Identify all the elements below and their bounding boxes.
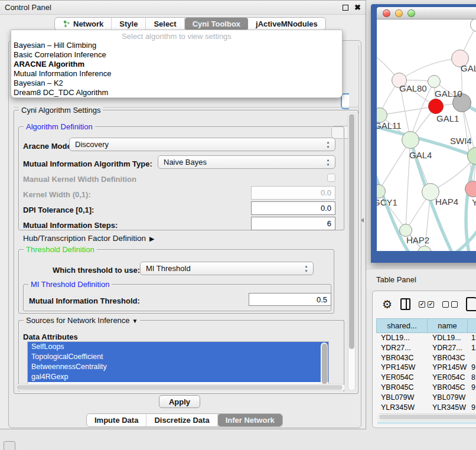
menu-item[interactable]: Bayesian – Hill Climbing xyxy=(11,41,342,50)
sources-group-title[interactable]: Sources for Network Inference▼ xyxy=(24,316,140,325)
node-label: GAL4 xyxy=(409,150,432,160)
node-label: GAL1 xyxy=(436,113,459,123)
algorithm-definition-title: Algorithm Definition xyxy=(24,122,95,131)
apply-button[interactable]: Apply xyxy=(159,395,200,408)
data-attributes-list[interactable]: SelfLoops TopologicalCoefficient Between… xyxy=(27,341,329,387)
list-item[interactable]: gal4RGexp xyxy=(28,372,328,382)
network-node-gal1[interactable] xyxy=(428,99,444,114)
settings-vertical-scrollbar[interactable] xyxy=(348,112,356,391)
cyni-algorithm-settings-title: Cyni Algorithm Settings xyxy=(19,106,103,115)
which-threshold-label: Which threshold to use: xyxy=(53,266,140,275)
network-canvas[interactable]: GAL GAL80 GAL10 GAL1 GAL11 SWI4 GAL4 GCY… xyxy=(377,19,476,251)
tab-jactivemnodules[interactable]: jActiveMNodules xyxy=(248,18,325,30)
node-label: GAL xyxy=(461,63,476,73)
table-row[interactable]: YBR045CYBR045C9. xyxy=(376,383,476,393)
expand-right-arrow-icon: ▶ xyxy=(149,235,154,242)
table-panel: ⚙ ✓✓ shared... name A YDL19...YDL19...13… xyxy=(372,291,476,428)
close-traffic-light-icon[interactable] xyxy=(383,9,390,17)
aracne-mode-combo[interactable]: Discovery xyxy=(69,138,335,151)
float-window-icon[interactable] xyxy=(343,5,348,11)
mi-steps-field[interactable]: 6 xyxy=(251,217,335,230)
network-node-gal4[interactable] xyxy=(402,131,419,149)
node-label: GAL11 xyxy=(377,120,402,131)
table-row[interactable]: YPR145WYPR145W9. xyxy=(376,363,476,373)
mi-threshold-field[interactable]: 0.5 xyxy=(249,293,331,306)
menu-item[interactable]: Mutual Information Inference xyxy=(11,69,342,79)
new-table-icon[interactable] xyxy=(466,297,476,311)
node-label: Y xyxy=(472,197,476,207)
list-item[interactable]: TopologicalCoefficient xyxy=(28,352,328,362)
column-header-name[interactable]: name xyxy=(428,318,468,333)
network-node-gal10[interactable] xyxy=(428,75,441,88)
list-item[interactable]: SelfLoops xyxy=(28,342,328,352)
table-row[interactable]: YDL19...YDL19...13 xyxy=(376,333,476,343)
dropdown-header: Select algorithm to view settings xyxy=(11,32,342,41)
tab-network[interactable]: Network xyxy=(55,18,112,30)
menu-item[interactable]: Bayesian – K2 xyxy=(11,79,342,88)
node-label: GAL10 xyxy=(435,89,462,99)
tab-infer-network[interactable]: Infer Network xyxy=(218,414,282,426)
hidden-groupbox-border xyxy=(358,45,359,113)
combo-arrows-icon xyxy=(304,264,309,273)
threshold-definition-title: Threshold Definition xyxy=(24,245,97,254)
table-row[interactable]: YBL079WYBL079W xyxy=(376,393,476,403)
mi-algorithm-type-label: Mutual Information Algorithm Type: xyxy=(23,159,152,168)
which-threshold-combo[interactable]: MI Threshold xyxy=(140,262,314,275)
mi-steps-label: Mutual Information Steps: xyxy=(23,221,118,230)
menu-item[interactable]: Dream8 DC_TDC Algorithm xyxy=(11,88,342,97)
manual-kernel-width-checkbox[interactable] xyxy=(327,174,335,182)
dpi-tolerance-label: DPI Tolerance [0,1]: xyxy=(23,206,94,214)
table-header-row: shared... name A xyxy=(376,318,476,333)
column-layout-icon[interactable] xyxy=(400,298,410,310)
network-view-window: GAL GAL80 GAL10 GAL1 GAL11 SWI4 GAL4 GCY… xyxy=(371,4,476,263)
settings-horizontal-scrollbar[interactable] xyxy=(15,384,345,391)
control-panel-tabbar: Network Style Select Cyni Toolbox jActiv… xyxy=(54,17,326,31)
table-row[interactable]: YLR345WYLR345W9. xyxy=(376,403,476,413)
table-row[interactable]: YER054CYER054C8. xyxy=(376,373,476,383)
mi-algorithm-type-combo[interactable]: Naive Bayes xyxy=(158,155,335,169)
algorithm-dropdown-popup: Select algorithm to view settings Bayesi… xyxy=(11,30,343,98)
data-attributes-label: Data Attributes xyxy=(23,332,78,341)
table-panel-title: Table Panel xyxy=(376,275,416,284)
table-toolbar: ⚙ ✓✓ xyxy=(373,291,476,317)
menu-item-selected[interactable]: ARACNE Algorithm xyxy=(11,60,342,69)
deselect-all-icon[interactable] xyxy=(442,301,458,308)
network-window-titlebar[interactable] xyxy=(377,7,476,19)
node-label: HAP4 xyxy=(435,197,458,207)
list-vertical-scrollbar[interactable] xyxy=(321,343,328,386)
kernel-width-label: Kernel Width (0,1): xyxy=(23,190,91,199)
gear-icon[interactable]: ⚙ xyxy=(382,298,392,311)
column-header[interactable]: A xyxy=(468,318,476,333)
table-row[interactable]: YBR043CYBR043C xyxy=(376,353,476,363)
node-label: GAL80 xyxy=(399,83,427,93)
close-icon[interactable]: ✖ xyxy=(354,5,361,11)
tab-impute-data[interactable]: Impute Data xyxy=(87,414,146,426)
dpi-tolerance-field[interactable]: 0.0 xyxy=(251,201,335,215)
column-header-shared-name[interactable]: shared... xyxy=(376,318,428,333)
mi-threshold-label: Mutual Information Threshold: xyxy=(29,296,140,305)
table-horizontal-scrollbar[interactable] xyxy=(377,413,476,420)
hub-definition-toggle[interactable]: Hub/Transcription Factor Definition▶ xyxy=(23,234,155,243)
node-label: GCY1 xyxy=(377,197,397,207)
mi-threshold-definition-title: MI Threshold Definition xyxy=(28,280,112,289)
split-pane-handle[interactable] xyxy=(361,218,364,223)
combo-arrows-icon xyxy=(325,158,331,167)
minimize-traffic-light-icon[interactable] xyxy=(395,9,403,17)
zoom-traffic-light-icon[interactable] xyxy=(407,9,415,17)
tab-cyni-toolbox[interactable]: Cyni Toolbox xyxy=(185,18,248,30)
menu-item[interactable]: Basic Correlation Inference xyxy=(11,50,342,60)
list-item[interactable]: BetweennessCentrality xyxy=(28,362,328,372)
manual-kernel-width-label: Manual Kernel Width Definition xyxy=(23,175,136,184)
minimized-palette-icon[interactable] xyxy=(4,441,15,450)
table-row[interactable]: YDR27...YDR27...12 xyxy=(376,343,476,353)
node-label: HAP2 xyxy=(406,235,429,245)
aracne-mode-label: Aracne Mode: xyxy=(23,142,74,151)
tab-discretize-data[interactable]: Discretize Data xyxy=(146,414,217,426)
control-panel-window: Control Panel ✖ Network Style Select Cyn… xyxy=(0,0,366,429)
select-all-icon[interactable]: ✓✓ xyxy=(419,301,434,308)
tab-style[interactable]: Style xyxy=(112,18,146,30)
collapse-down-arrow-icon: ▼ xyxy=(132,318,138,324)
node-table: shared... name A YDL19...YDL19...13 YDR2… xyxy=(376,318,476,417)
tab-select[interactable]: Select xyxy=(146,18,184,30)
kernel-width-field[interactable]: 0.0 xyxy=(251,186,335,200)
